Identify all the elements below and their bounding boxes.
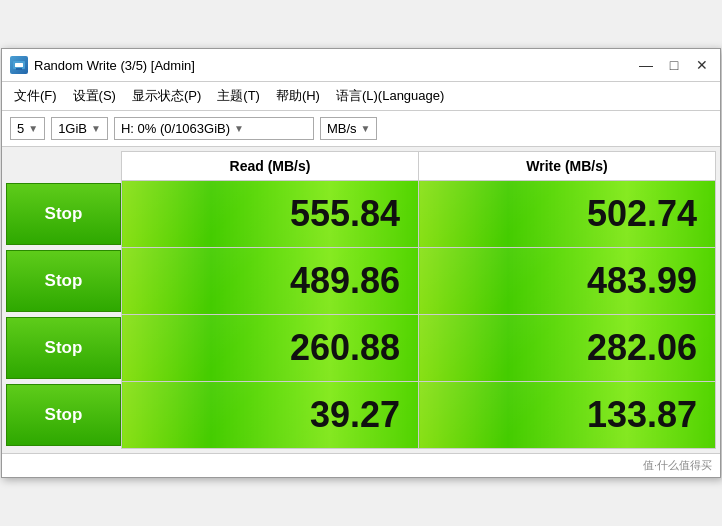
- watermark-text: 值·什么值得买: [643, 458, 712, 473]
- count-dropdown[interactable]: 5 ▼: [10, 117, 45, 140]
- write-value: 483.99: [419, 248, 716, 315]
- app-icon: [10, 56, 28, 74]
- window-title: Random Write (3/5) [Admin]: [34, 58, 195, 73]
- size-dropdown-arrow: ▼: [91, 123, 101, 134]
- menu-file[interactable]: 文件(F): [6, 84, 65, 108]
- title-bar-left: Random Write (3/5) [Admin]: [10, 56, 195, 74]
- svg-rect-2: [16, 68, 22, 70]
- read-value: 260.88: [122, 315, 419, 382]
- write-value: 133.87: [419, 382, 716, 449]
- table-row: Stop555.84502.74: [6, 181, 716, 248]
- count-value: 5: [17, 121, 24, 136]
- results-table: Read (MB/s) Write (MB/s) Stop555.84502.7…: [6, 151, 716, 449]
- menu-theme[interactable]: 主题(T): [209, 84, 268, 108]
- table-row: Stop39.27133.87: [6, 382, 716, 449]
- write-value: 502.74: [419, 181, 716, 248]
- menu-display[interactable]: 显示状态(P): [124, 84, 209, 108]
- table-row: Stop260.88282.06: [6, 315, 716, 382]
- menu-settings[interactable]: 设置(S): [65, 84, 124, 108]
- unit-dropdown[interactable]: MB/s ▼: [320, 117, 378, 140]
- read-value: 39.27: [122, 382, 419, 449]
- size-value: 1GiB: [58, 121, 87, 136]
- main-area: Read (MB/s) Write (MB/s) Stop555.84502.7…: [2, 147, 720, 453]
- stop-button[interactable]: Stop: [6, 183, 121, 245]
- title-controls: — □ ✕: [636, 55, 712, 75]
- minimize-button[interactable]: —: [636, 55, 656, 75]
- count-dropdown-arrow: ▼: [28, 123, 38, 134]
- close-button[interactable]: ✕: [692, 55, 712, 75]
- stop-button[interactable]: Stop: [6, 317, 121, 379]
- read-value: 555.84: [122, 181, 419, 248]
- size-dropdown[interactable]: 1GiB ▼: [51, 117, 108, 140]
- svg-rect-1: [15, 63, 23, 67]
- drive-value: H: 0% (0/1063GiB): [121, 121, 230, 136]
- unit-value: MB/s: [327, 121, 357, 136]
- maximize-button[interactable]: □: [664, 55, 684, 75]
- unit-dropdown-arrow: ▼: [361, 123, 371, 134]
- stop-button-cell: Stop: [6, 248, 122, 315]
- bottom-bar: 值·什么值得买: [2, 453, 720, 477]
- stop-button-cell: Stop: [6, 181, 122, 248]
- menu-help[interactable]: 帮助(H): [268, 84, 328, 108]
- header-read: Read (MB/s): [122, 152, 419, 181]
- stop-button[interactable]: Stop: [6, 250, 121, 312]
- header-empty: [6, 152, 122, 181]
- app-window: Random Write (3/5) [Admin] — □ ✕ 文件(F) 设…: [1, 48, 721, 478]
- drive-dropdown[interactable]: H: 0% (0/1063GiB) ▼: [114, 117, 314, 140]
- toolbar: 5 ▼ 1GiB ▼ H: 0% (0/1063GiB) ▼ MB/s ▼: [2, 111, 720, 147]
- stop-button-cell: Stop: [6, 315, 122, 382]
- write-value: 282.06: [419, 315, 716, 382]
- menu-bar: 文件(F) 设置(S) 显示状态(P) 主题(T) 帮助(H) 语言(L)(La…: [2, 82, 720, 111]
- table-row: Stop489.86483.99: [6, 248, 716, 315]
- menu-language[interactable]: 语言(L)(Language): [328, 84, 452, 108]
- stop-button-cell: Stop: [6, 382, 122, 449]
- header-write: Write (MB/s): [419, 152, 716, 181]
- title-bar: Random Write (3/5) [Admin] — □ ✕: [2, 49, 720, 82]
- drive-dropdown-arrow: ▼: [234, 123, 244, 134]
- read-value: 489.86: [122, 248, 419, 315]
- stop-button[interactable]: Stop: [6, 384, 121, 446]
- table-header-row: Read (MB/s) Write (MB/s): [6, 152, 716, 181]
